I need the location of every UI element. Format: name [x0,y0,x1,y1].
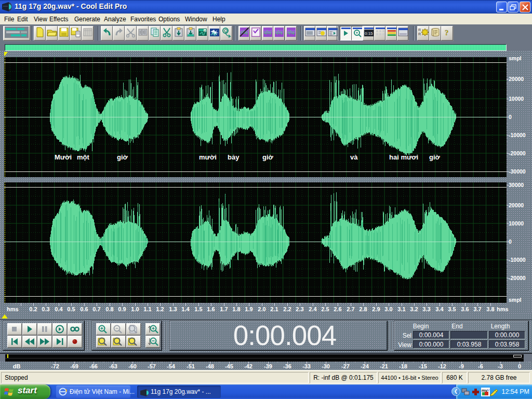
svg-text:Q: Q [224,28,228,33]
svg-text:z: z [204,29,206,32]
svg-text:và: và [350,153,358,161]
svg-text:R: R [418,32,421,36]
svg-text:0:15: 0:15 [365,31,373,36]
svg-text:bảy: bảy [228,153,240,161]
svg-text:?: ? [445,29,449,37]
svg-text:giờ: giờ [262,153,274,161]
svg-text:giờ: giờ [117,153,128,161]
svg-text:hai mươi: hai mươi [389,153,418,161]
svg-text:R: R [418,28,421,32]
svg-text:một: một [77,153,90,161]
svg-text:Mười: Mười [55,153,72,161]
svg-text:giờ: giờ [429,153,441,161]
svg-text:mười: mười [199,153,217,161]
